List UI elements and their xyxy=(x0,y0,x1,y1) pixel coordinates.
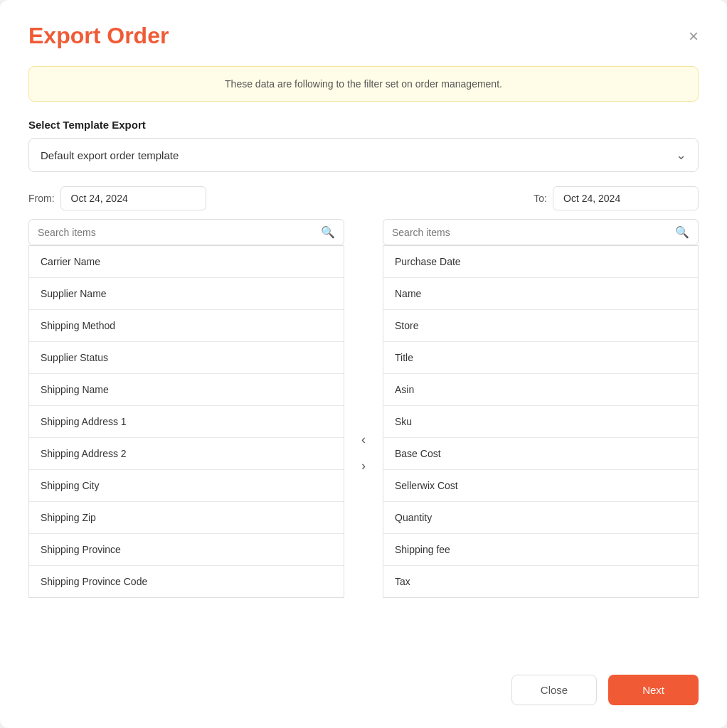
to-label: To: xyxy=(534,193,547,204)
info-banner: These data are following to the filter s… xyxy=(28,66,699,102)
right-panel: 🔍 Purchase Date Name Store Title Asin Sk… xyxy=(383,219,699,658)
list-item[interactable]: Purchase Date xyxy=(383,246,698,278)
date-row: From: To: xyxy=(28,186,699,210)
list-item[interactable]: Name xyxy=(383,278,698,310)
chevron-down-icon: ⌄ xyxy=(676,147,686,163)
from-label: From: xyxy=(28,193,55,204)
list-item[interactable]: Shipping Method xyxy=(29,310,344,342)
left-search-box: 🔍 xyxy=(28,219,344,245)
list-item[interactable]: Shipping Province xyxy=(29,534,344,566)
template-selected-value: Default export order template xyxy=(41,149,179,161)
arrow-controls: ‹ › xyxy=(344,247,383,658)
left-items-list: Carrier Name Supplier Name Shipping Meth… xyxy=(28,245,344,598)
right-search-icon[interactable]: 🔍 xyxy=(675,225,689,239)
list-item[interactable]: Supplier Name xyxy=(29,278,344,310)
right-arrow-icon: › xyxy=(361,459,366,473)
next-button[interactable]: Next xyxy=(608,675,699,705)
list-item[interactable]: Shipping Province Code xyxy=(29,566,344,597)
from-date-input[interactable] xyxy=(60,186,206,210)
close-icon: × xyxy=(689,26,699,46)
template-select-dropdown[interactable]: Default export order template ⌄ xyxy=(28,138,699,172)
lists-container: 🔍 Carrier Name Supplier Name Shipping Me… xyxy=(28,219,699,658)
export-order-modal: Export Order × These data are following … xyxy=(0,0,727,728)
info-text: These data are following to the filter s… xyxy=(225,78,502,90)
list-item[interactable]: Quantity xyxy=(383,502,698,534)
list-item[interactable]: Store xyxy=(383,310,698,342)
left-search-icon[interactable]: 🔍 xyxy=(321,225,335,239)
date-from-group: From: xyxy=(28,186,206,210)
left-search-input[interactable] xyxy=(38,227,321,238)
move-left-button[interactable]: ‹ xyxy=(356,429,371,450)
right-search-input[interactable] xyxy=(392,227,675,238)
template-section-label: Select Template Export xyxy=(28,119,699,131)
modal-header: Export Order × xyxy=(28,23,699,49)
list-item[interactable]: Sku xyxy=(383,406,698,438)
list-item[interactable]: Shipping fee xyxy=(383,534,698,566)
left-panel: 🔍 Carrier Name Supplier Name Shipping Me… xyxy=(28,219,344,658)
right-items-list: Purchase Date Name Store Title Asin Sku … xyxy=(383,245,699,598)
modal-footer: Close Next xyxy=(28,658,699,705)
modal-title: Export Order xyxy=(28,23,169,49)
list-item[interactable]: Shipping City xyxy=(29,470,344,502)
close-icon-button[interactable]: × xyxy=(689,28,699,45)
close-button[interactable]: Close xyxy=(511,675,597,705)
list-item[interactable]: Shipping Name xyxy=(29,374,344,406)
list-item[interactable]: Carrier Name xyxy=(29,246,344,278)
left-arrow-icon: ‹ xyxy=(361,432,366,446)
move-right-button[interactable]: › xyxy=(356,456,371,476)
list-item[interactable]: Base Cost xyxy=(383,438,698,470)
list-item[interactable]: Shipping Zip xyxy=(29,502,344,534)
to-date-input[interactable] xyxy=(553,186,699,210)
date-to-group: To: xyxy=(534,186,699,210)
list-item[interactable]: Title xyxy=(383,342,698,374)
list-item[interactable]: Shipping Address 1 xyxy=(29,406,344,438)
list-item[interactable]: Sellerwix Cost xyxy=(383,470,698,502)
list-item[interactable]: Shipping Address 2 xyxy=(29,438,344,470)
list-item[interactable]: Asin xyxy=(383,374,698,406)
list-item[interactable]: Tax xyxy=(383,566,698,597)
list-item[interactable]: Supplier Status xyxy=(29,342,344,374)
right-search-box: 🔍 xyxy=(383,219,699,245)
